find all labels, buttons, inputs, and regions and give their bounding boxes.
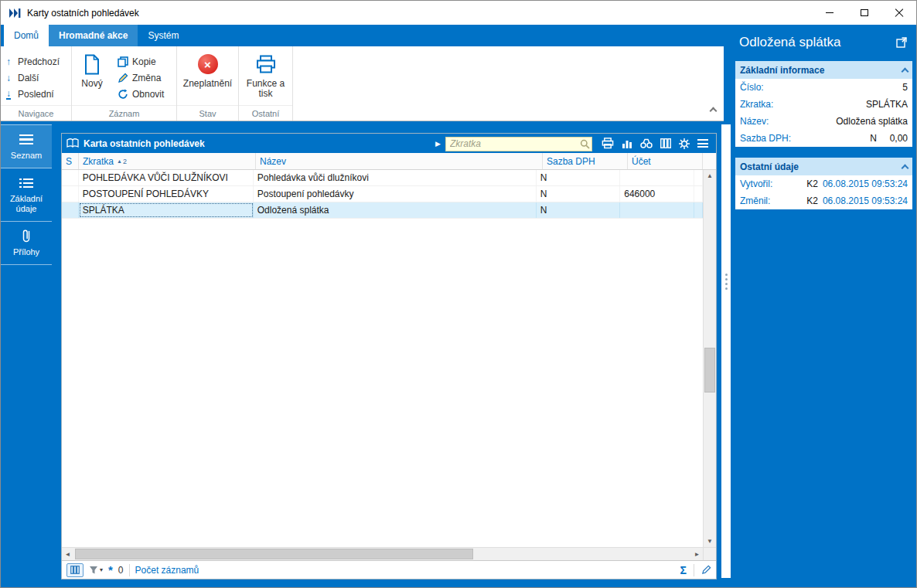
- sidebar-item-zakladni-udaje[interactable]: Základní údaje: [1, 168, 52, 222]
- column-header-ucet[interactable]: Účet: [628, 153, 703, 169]
- status-bar: ▾ * 0 Počet záznamů Σ: [62, 560, 716, 579]
- sidebar-item-label: Základní údaje: [10, 194, 43, 213]
- horizontal-scroll-thumb[interactable]: [75, 549, 473, 559]
- detail-title: Odložená splátka: [735, 35, 912, 50]
- ribbon-collapse-button[interactable]: [711, 103, 716, 117]
- sidebar-item-prilohy[interactable]: Přílohy: [1, 222, 52, 265]
- edit-label: Změna: [132, 73, 161, 83]
- scroll-down-icon[interactable]: ▼: [707, 535, 713, 547]
- filter-button[interactable]: ▾: [89, 566, 103, 575]
- new-label: Nový: [81, 79, 102, 89]
- copy-button[interactable]: Kopie: [112, 53, 169, 70]
- table-row-selected[interactable]: SPLÁTKA Odložená splátka N: [62, 202, 703, 219]
- close-button[interactable]: [881, 1, 916, 25]
- field-cislo[interactable]: Číslo: 5: [735, 79, 912, 96]
- tab-hromadne-akce[interactable]: Hromadné akce: [49, 25, 138, 46]
- refresh-button[interactable]: Obnovit: [112, 86, 169, 102]
- column-header-zkratka[interactable]: Zkratka ▲ 2: [79, 153, 256, 169]
- ribbon-tabs: Domů Hromadné akce Systém: [4, 25, 189, 46]
- ribbon-group-stav: Zneplatnění Stav: [177, 46, 239, 121]
- down-arrow-icon: ↓: [6, 73, 18, 83]
- section-ostatni-udaje: Ostatní údaje Vytvořil: K2 06.08.2015 09…: [735, 158, 912, 209]
- column-headers: S Zkratka ▲ 2 Název Sazba DPH Účet: [62, 153, 716, 170]
- vertical-scrollbar[interactable]: ▲ ▼: [703, 170, 716, 547]
- functions-print-button[interactable]: Funkce a tisk: [239, 46, 292, 99]
- chart-icon[interactable]: [622, 139, 632, 148]
- printer-icon: [256, 52, 276, 76]
- field-zmenil[interactable]: Změnil: K2 06.08.2015 09:53:24: [735, 192, 912, 209]
- red-cross-icon: [198, 54, 218, 74]
- tab-system[interactable]: Systém: [138, 25, 189, 46]
- invalidate-button[interactable]: Zneplatnění: [177, 46, 238, 89]
- record-count-label[interactable]: Počet záznamů: [135, 565, 199, 576]
- column-header-s[interactable]: S: [62, 153, 79, 169]
- sidebar-item-label: Seznam: [11, 151, 42, 160]
- next-button[interactable]: ↓ Další: [1, 70, 71, 86]
- ribbon-group-ostatni: Funkce a tisk Ostatní: [239, 46, 293, 121]
- sum-button[interactable]: Σ: [680, 564, 687, 576]
- binoculars-icon[interactable]: [640, 138, 653, 148]
- field-zkratka[interactable]: Zkratka: SPLÁTKA: [735, 96, 912, 113]
- play-arrow-icon[interactable]: ▶: [435, 140, 441, 148]
- browse-header: Karta ostatních pohledávek ▶: [62, 134, 716, 153]
- hamburger-menu-icon[interactable]: [697, 139, 708, 148]
- search-input[interactable]: [445, 137, 592, 151]
- tab-domu[interactable]: Domů: [4, 25, 49, 46]
- open-in-window-icon[interactable]: [896, 37, 907, 48]
- edit-button[interactable]: Změna: [112, 70, 169, 86]
- divider: [694, 564, 694, 576]
- scroll-left-icon[interactable]: ◄: [62, 551, 73, 558]
- scroll-right-icon[interactable]: ►: [691, 551, 703, 558]
- maximize-icon: [861, 9, 868, 16]
- paperclip-icon: [2, 229, 50, 243]
- print-icon[interactable]: [602, 138, 614, 149]
- workspace: Domů Hromadné akce Systém ↑ Předchozí ↓ …: [1, 25, 916, 587]
- ribbon-filler: [293, 46, 724, 121]
- scroll-up-icon[interactable]: ▲: [707, 170, 713, 182]
- refresh-label: Obnovit: [132, 89, 164, 100]
- minimize-button[interactable]: [812, 1, 847, 25]
- group-label-navigace: Navigace: [1, 109, 71, 118]
- close-icon: [895, 8, 904, 18]
- previous-button[interactable]: ↑ Předchozí: [1, 53, 71, 70]
- table-row[interactable]: POSTOUPENÍ POHLEDÁVKY Postoupení pohledá…: [62, 186, 703, 202]
- up-arrow-icon: ↑: [6, 56, 18, 67]
- previous-label: Předchozí: [18, 56, 60, 67]
- vertical-scroll-thumb[interactable]: [704, 348, 715, 393]
- column-header-nazev[interactable]: Název: [256, 153, 543, 169]
- horizontal-scrollbar[interactable]: ◄ ►: [62, 547, 716, 560]
- columns-toggle-button[interactable]: [66, 563, 84, 577]
- ribbon-group-zaznam: Nový Kopie Změna Obnovit: [72, 46, 177, 121]
- columns-icon[interactable]: [660, 138, 671, 148]
- down-to-line-arrow-icon: ↓: [6, 88, 18, 100]
- ribbon: ↑ Předchozí ↓ Další ↓ Poslední Navigace: [1, 46, 724, 121]
- sidebar-item-seznam[interactable]: Seznam: [1, 124, 52, 168]
- sort-order: 2: [123, 158, 127, 165]
- section-header[interactable]: Základní informace: [735, 61, 912, 79]
- browse-card: Karta ostatních pohledávek ▶: [61, 133, 717, 580]
- edit-pencil-icon[interactable]: [701, 565, 711, 575]
- field-sazba-dph[interactable]: Sazba DPH: N 0,00: [735, 130, 912, 147]
- divider: [129, 564, 130, 576]
- gear-icon[interactable]: [679, 138, 690, 149]
- asterisk-filter-icon[interactable]: *: [108, 566, 113, 574]
- last-button[interactable]: ↓ Poslední: [1, 86, 71, 102]
- chevron-up-icon: [710, 107, 718, 115]
- collapse-chevron-icon: [902, 165, 909, 172]
- refresh-icon: [118, 89, 128, 100]
- field-nazev[interactable]: Název: Odložená splátka: [735, 113, 912, 130]
- column-header-sazba-dph[interactable]: Sazba DPH: [543, 153, 628, 169]
- window-controls: [812, 1, 916, 25]
- group-label-ostatni: Ostatní: [239, 109, 292, 118]
- app-window: Karty ostatních pohledávek Domů Hromadné…: [0, 0, 917, 588]
- menu-icon: [2, 132, 50, 147]
- collapse-chevron-icon: [902, 68, 909, 76]
- group-label-stav: Stav: [177, 109, 238, 118]
- panel-splitter[interactable]: [721, 124, 731, 578]
- section-header[interactable]: Ostatní údaje: [735, 158, 912, 175]
- maximize-button[interactable]: [847, 1, 881, 25]
- sort-asc-icon: ▲: [117, 158, 122, 164]
- table-row[interactable]: POHLEDÁVKA VŮČI DLUŽNÍKOVI Pohledávka vů…: [62, 170, 703, 186]
- ribbon-group-navigace: ↑ Předchozí ↓ Další ↓ Poslední Navigace: [1, 46, 72, 121]
- field-vytvoril[interactable]: Vytvořil: K2 06.08.2015 09:53:24: [735, 175, 912, 192]
